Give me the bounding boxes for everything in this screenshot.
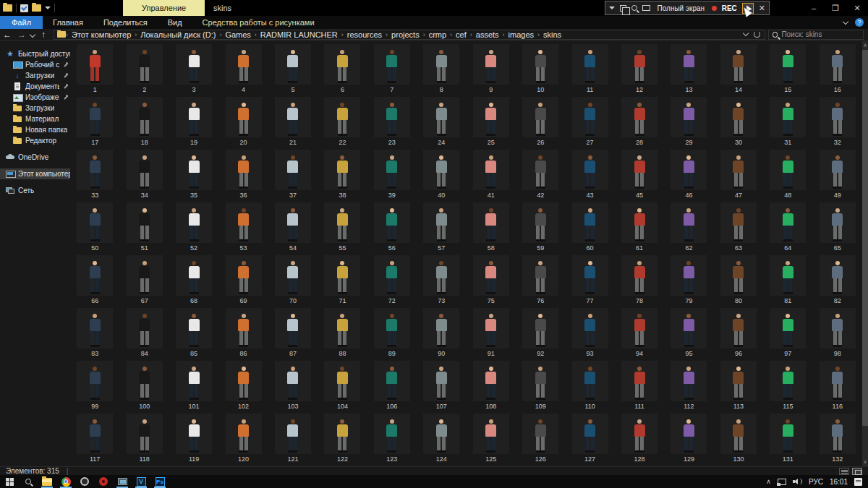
manage-contextual-tab[interactable]: Управление [123,0,205,16]
recorder-region-icon[interactable] [642,5,650,11]
breadcrumb-item[interactable]: crmp [425,30,450,39]
file-item[interactable]: 31 [763,95,812,148]
file-item[interactable]: 126 [516,412,565,465]
file-item[interactable]: 3 [169,43,218,95]
file-item[interactable]: 19 [169,95,218,148]
file-item[interactable]: 24 [417,95,466,148]
file-item[interactable]: 22 [318,95,367,148]
file-item[interactable]: 9 [467,43,516,95]
properties-icon[interactable] [20,4,28,12]
file-item[interactable]: 28 [615,95,664,148]
file-item[interactable]: 35 [169,148,218,201]
file-item[interactable]: 88 [318,307,367,359]
file-item[interactable]: 65 [813,201,862,254]
action-center-icon[interactable] [854,478,862,486]
file-item[interactable]: 64 [763,201,812,254]
file-item[interactable]: 60 [565,201,614,254]
file-item[interactable]: 104 [318,359,367,412]
file-item[interactable]: 90 [417,307,466,359]
taskbar-obs-button[interactable] [75,475,94,488]
file-item[interactable]: 59 [516,201,565,254]
ribbon-tab-4[interactable]: Средства работы с рисунками [192,16,325,29]
breadcrumb-item[interactable]: Локальный диск (D:) [137,30,219,39]
file-item[interactable]: 14 [714,43,763,95]
file-item[interactable]: 25 [467,95,516,148]
file-item[interactable]: 47 [714,148,763,201]
file-item[interactable]: 29 [664,95,713,148]
file-item[interactable]: 15 [763,43,812,95]
file-item[interactable]: 61 [615,201,664,254]
recent-locations-icon[interactable] [30,31,35,37]
taskbar-start-button[interactable] [0,475,19,488]
file-item[interactable]: 69 [218,254,268,307]
sidebar-item-folder-7[interactable]: Новая папка [0,124,70,135]
file-item[interactable]: 21 [268,95,318,148]
file-item[interactable]: 84 [119,307,169,359]
file-item[interactable]: 43 [565,148,614,201]
file-item[interactable]: 115 [763,359,812,412]
file-item[interactable]: 57 [417,201,466,254]
scroll-up-icon[interactable]: ∧ [862,41,868,50]
sidebar-item-folder-6[interactable]: Материал [0,114,70,124]
file-item[interactable]: 131 [763,412,812,465]
file-item[interactable]: 108 [467,359,516,412]
breadcrumb-item[interactable]: Этот компьютер [68,30,135,39]
file-item[interactable]: 75 [467,254,516,307]
sidebar-item-star-0[interactable]: ★Быстрый доступ [0,48,70,59]
file-item[interactable]: 40 [417,148,466,201]
file-item[interactable]: 68 [169,254,218,307]
file-item[interactable]: 27 [565,95,614,148]
breadcrumb-field[interactable]: ›Этот компьютер›Локальный диск (D:)›Game… [54,30,765,40]
file-item[interactable]: 30 [714,95,763,148]
file-item[interactable]: 72 [367,254,417,307]
sidebar-item-network-11[interactable]: Сеть [0,185,70,196]
volume-icon[interactable] [793,478,802,485]
file-item[interactable]: 46 [664,148,713,201]
file-item[interactable]: 23 [367,95,417,148]
qat-customize-icon[interactable] [45,7,51,9]
file-item[interactable]: 116 [813,359,862,412]
sidebar-item-onedrive-9[interactable]: OneDrive [0,152,70,163]
file-item[interactable]: 71 [318,254,367,307]
file-item[interactable]: 16 [813,43,862,95]
refresh-icon[interactable] [754,31,760,38]
file-item[interactable]: 73 [417,254,466,307]
file-item[interactable]: 95 [664,307,713,359]
file-item[interactable]: 49 [813,148,862,201]
language-indicator[interactable]: РУС [809,478,823,486]
breadcrumb-item[interactable]: skins [540,30,565,39]
breadcrumb-item[interactable]: cef [452,30,470,39]
ribbon-tab-2[interactable]: Поделиться [93,16,158,29]
file-item[interactable]: 101 [169,359,218,412]
file-item[interactable]: 89 [367,307,417,359]
file-item[interactable]: 120 [218,412,268,465]
breadcrumb-item[interactable]: images [505,30,537,39]
file-item[interactable]: 13 [664,43,713,95]
taskbar-photos-button[interactable] [113,475,132,488]
recorder-close-icon[interactable]: ✕ [759,4,765,13]
file-item[interactable]: 125 [467,412,516,465]
file-item[interactable]: 127 [565,412,614,465]
search-box[interactable] [768,30,864,40]
file-item[interactable]: 52 [169,201,218,254]
taskbar-explorer-button[interactable] [38,475,56,488]
file-item[interactable]: 51 [119,201,169,254]
sidebar-item-document-3[interactable]: Документы [0,81,70,92]
file-item[interactable]: 58 [467,201,516,254]
file-item[interactable]: 26 [516,95,565,148]
breadcrumb-item[interactable]: projects [388,30,423,39]
breadcrumb-item[interactable]: resources [344,30,386,39]
file-item[interactable]: 112 [664,359,713,412]
file-item[interactable]: 92 [516,307,565,359]
file-item[interactable]: 128 [615,412,664,465]
address-dropdown-icon[interactable] [743,30,749,36]
file-item[interactable]: 118 [119,412,169,465]
taskbar-photoshop-button[interactable]: Ps [150,475,169,488]
file-item[interactable]: 113 [714,359,763,412]
file-item[interactable]: 130 [714,412,763,465]
breadcrumb-item[interactable]: assets [472,30,503,39]
file-item[interactable]: 53 [218,201,268,254]
file-item[interactable]: 54 [268,201,318,254]
file-item[interactable]: 85 [169,307,218,359]
file-item[interactable]: 11 [565,43,614,95]
